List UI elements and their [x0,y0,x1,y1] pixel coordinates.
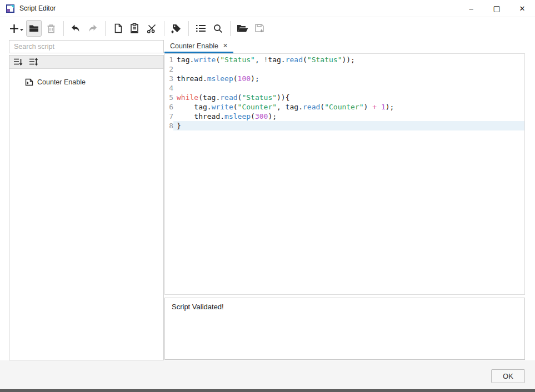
line-number: 4 [167,83,173,93]
outline-list-icon [195,23,207,33]
save-icon [254,23,265,34]
scissors-icon [146,23,157,34]
script-file-icon [25,78,33,86]
paste-button[interactable] [127,20,142,37]
script-tree: Counter Enable [9,69,163,88]
code-text[interactable]: while(tag.read("Status")){ [173,93,524,102]
undo-icon [70,23,81,33]
save-button[interactable] [252,20,267,37]
add-script-button[interactable] [9,20,24,37]
window-controls: – ▢ ✕ [458,0,535,17]
chevron-down-icon [20,29,23,31]
code-line[interactable]: 6 tag.write("Counter", tag.read("Counter… [165,102,524,112]
line-number: 6 [167,102,173,112]
script-tree-panel: Counter Enable [9,55,164,360]
tag-plus-icon [171,23,182,34]
folder-icon [28,23,39,33]
code-line[interactable]: 8} [165,121,524,130]
sort-reorder-icon[interactable] [29,58,38,66]
trash-icon [46,23,56,34]
tree-item-label: Counter Enable [37,78,86,86]
add-tag-button[interactable] [168,20,184,37]
code-text[interactable]: tag.write("Status", !tag.read("Status"))… [173,55,524,64]
outline-list-button[interactable] [193,20,208,37]
code-line[interactable]: 5while(tag.read("Status")){ [165,93,524,102]
code-line[interactable]: 4 [165,83,524,93]
bottom-edge [0,389,535,392]
code-line[interactable]: 2 [165,64,524,74]
open-folder-icon [236,23,249,33]
redo-icon [87,23,98,33]
redo-button[interactable] [85,20,101,37]
tree-item-counter-enable[interactable]: Counter Enable [9,77,163,88]
toolbar-separator [188,21,189,36]
code-lines: 1tag.write("Status", !tag.read("Status")… [165,55,524,130]
close-button[interactable]: ✕ [509,0,535,17]
line-number: 2 [167,64,173,74]
toolbar-separator [230,21,231,36]
sort-bar [9,56,163,69]
ok-button[interactable]: OK [491,369,525,383]
paste-icon [129,23,139,34]
tab-close-icon[interactable]: ✕ [223,43,228,49]
title-bar: Script Editor – ▢ ✕ [0,0,535,17]
validation-panel: Script Validated! [164,298,525,360]
validation-message: Script Validated! [172,303,224,311]
toolbar-separator [164,21,164,36]
search-input[interactable] [9,40,164,53]
open-folder-button[interactable] [234,20,250,37]
copy-button[interactable] [109,20,125,37]
code-line[interactable]: 3thread.msleep(100); [165,74,524,83]
plus-icon [9,23,19,34]
toolbar [0,17,535,39]
line-number: 1 [167,55,173,64]
app-icon [6,4,15,13]
minimize-button[interactable]: – [458,0,484,17]
folder-button[interactable] [26,20,42,37]
code-editor[interactable]: 1tag.write("Status", !tag.read("Status")… [164,53,525,295]
line-number: 5 [167,93,173,102]
line-number: 3 [167,74,173,83]
code-text[interactable]: tag.write("Counter", tag.read("Counter")… [173,102,524,112]
search-button[interactable] [210,20,226,37]
line-number: 8 [167,121,173,130]
window-title: Script Editor [19,4,56,12]
sort-descending-icon[interactable] [13,58,23,66]
maximize-button[interactable]: ▢ [484,0,509,17]
toolbar-separator [63,21,64,36]
tab-label: Counter Enable [170,42,218,50]
delete-button[interactable] [43,20,59,37]
code-text[interactable] [173,64,524,74]
code-text[interactable]: thread.msleep(100); [173,74,524,83]
code-text[interactable]: thread.msleep(300); [173,112,524,121]
cut-button[interactable] [144,20,159,37]
line-number: 7 [167,112,173,121]
toolbar-separator [105,21,106,36]
copy-icon [112,23,123,34]
code-line[interactable]: 1tag.write("Status", !tag.read("Status")… [165,55,524,64]
undo-button[interactable] [68,20,83,37]
code-line[interactable]: 7 thread.msleep(300); [165,112,524,121]
code-text[interactable]: } [173,121,524,130]
search-icon [213,23,223,34]
dialog-footer [0,360,535,390]
tab-counter-enable[interactable]: Counter Enable ✕ [164,40,233,53]
code-text[interactable] [173,83,524,93]
